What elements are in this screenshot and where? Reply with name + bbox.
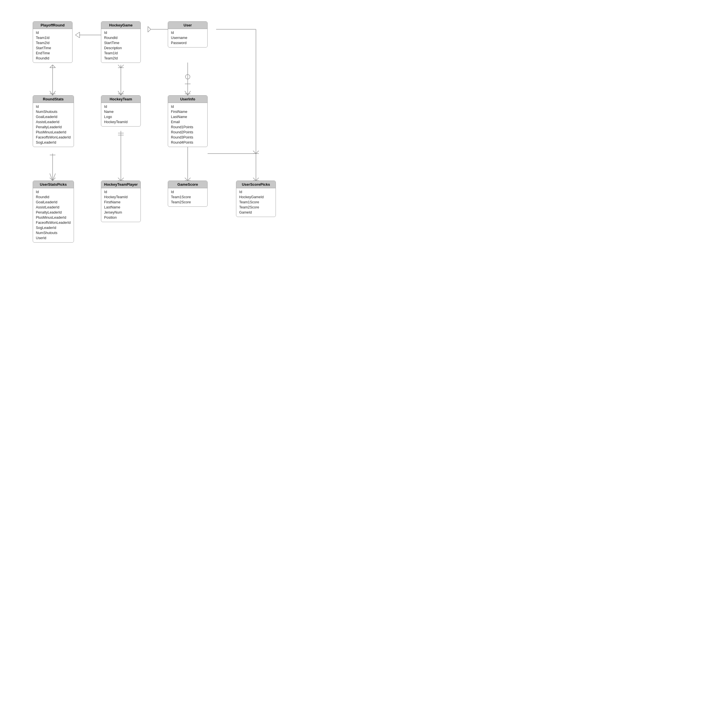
field-userinfo-5: Round2Points <box>171 130 205 135</box>
field-userinfo-2: LastName <box>171 114 205 119</box>
field-userscorepicks-3: Team2Score <box>239 205 273 210</box>
table-body-userstatspicks: IdRoundIdGoalLeaderIdAssistLeaderIdPenal… <box>33 188 73 242</box>
table-gamescore: GameScoreIdTeam1ScoreTeam2Score <box>168 180 208 207</box>
svg-line-31 <box>256 178 259 180</box>
svg-line-13 <box>121 65 124 68</box>
table-header-hockeygame: HockeyGame <box>101 21 141 29</box>
field-hockeyteam-2: Logo <box>104 114 138 119</box>
field-user-2: Password <box>171 40 205 46</box>
table-body-hockeygame: IdRoundIdStartTimeDescriptionTeam1IdTeam… <box>101 29 141 63</box>
field-hockeygame-4: Team1Id <box>104 50 138 56</box>
field-userinfo-0: Id <box>171 104 205 109</box>
table-userscorepicks: UserScorePicksIdHockeyGameIdTeam1ScoreTe… <box>236 180 276 217</box>
field-hockeyteamplayer-3: LastName <box>104 205 138 210</box>
diagram-container: PlayoffRoundIdTeam1IdTeam2IdStartTimeEnd… <box>0 0 307 307</box>
svg-line-35 <box>121 178 124 180</box>
table-hockeygame: HockeyGameIdRoundIdStartTimeDescriptionT… <box>101 21 141 63</box>
field-roundstats-1: NumShutouts <box>36 109 71 114</box>
svg-line-9 <box>121 91 124 95</box>
field-roundstats-7: SogLeaderId <box>36 140 71 145</box>
field-roundstats-0: Id <box>36 104 71 109</box>
svg-line-26 <box>148 26 151 29</box>
table-body-gamescore: IdTeam1ScoreTeam2Score <box>168 188 207 206</box>
svg-line-46 <box>253 151 256 154</box>
table-header-userinfo: UserInfo <box>168 96 207 103</box>
field-hockeyteamplayer-4: JerseyNum <box>104 210 138 215</box>
field-userstatspicks-9: UserId <box>36 236 71 240</box>
table-header-userstatspicks: UserStatsPicks <box>33 181 73 188</box>
field-user-1: Username <box>171 35 205 40</box>
table-body-hockeyteamplayer: IdHockeyTeamIdFirstNameLastNameJerseyNum… <box>101 188 141 222</box>
field-userstatspicks-0: Id <box>36 190 71 194</box>
table-header-user: User <box>168 21 207 29</box>
svg-line-42 <box>53 178 55 180</box>
svg-line-5 <box>50 65 53 68</box>
field-userinfo-4: Round1Points <box>171 125 205 130</box>
svg-line-34 <box>118 178 121 180</box>
svg-line-51 <box>185 178 188 180</box>
field-userstatspicks-4: PenaltyLeaderId <box>36 210 71 215</box>
svg-line-41 <box>50 178 53 180</box>
table-body-hockeyteam: IdNameLogoHockeyTeamId <box>101 103 141 126</box>
table-header-roundstats: RoundStats <box>33 96 73 103</box>
field-hockeyteam-0: Id <box>104 104 138 109</box>
field-playoffround-2: Team2Id <box>36 40 69 46</box>
field-hockeyteamplayer-1: HockeyTeamId <box>104 194 138 200</box>
field-playoffround-3: StartTime <box>36 46 69 50</box>
field-userscorepicks-2: Team1Score <box>239 200 273 205</box>
table-header-gamescore: GameScore <box>168 181 207 188</box>
field-gamescore-0: Id <box>171 190 205 194</box>
table-body-user: IdUsernamePassword <box>168 29 207 47</box>
svg-line-52 <box>188 178 191 180</box>
table-header-playoffround: PlayoffRound <box>33 21 72 29</box>
field-playoffround-5: RoundId <box>36 56 69 61</box>
table-hockeyteam: HockeyTeamIdNameLogoHockeyTeamId <box>101 95 141 127</box>
field-userinfo-7: Round4Points <box>171 140 205 145</box>
svg-line-1 <box>50 91 53 95</box>
svg-line-2 <box>53 91 55 95</box>
field-userstatspicks-8: NumShutouts <box>36 230 71 236</box>
table-body-roundstats: IdNumShutoutsGoalLeaderIdAssistLeaderIdP… <box>33 103 73 147</box>
table-body-userinfo: IdFirstNameLastNameEmailRound1PointsRoun… <box>168 103 207 147</box>
field-hockeyteamplayer-5: Position <box>104 215 138 220</box>
table-userstatspicks: UserStatsPicksIdRoundIdGoalLeaderIdAssis… <box>33 180 74 243</box>
svg-line-44 <box>53 173 55 180</box>
field-hockeyteamplayer-2: FirstName <box>104 200 138 205</box>
field-playoffround-0: Id <box>36 30 69 35</box>
svg-line-47 <box>256 151 259 154</box>
svg-line-43 <box>50 173 53 180</box>
field-hockeygame-1: RoundId <box>104 35 138 40</box>
svg-line-16 <box>75 32 80 35</box>
field-userscorepicks-1: HockeyGameId <box>239 194 273 200</box>
table-userinfo: UserInfoIdFirstNameLastNameEmailRound1Po… <box>168 95 208 147</box>
field-userstatspicks-1: RoundId <box>36 194 71 200</box>
field-hockeygame-5: Team2Id <box>104 56 138 61</box>
table-roundstats: RoundStatsIdNumShutoutsGoalLeaderIdAssis… <box>33 95 74 147</box>
table-body-userscorepicks: IdHockeyGameIdTeam1ScoreTeam2ScoreGameId <box>236 188 275 217</box>
field-playoffround-4: EndTime <box>36 50 69 56</box>
svg-line-8 <box>118 91 121 95</box>
field-user-0: Id <box>171 30 205 35</box>
svg-line-30 <box>253 178 256 180</box>
field-gamescore-1: Team1Score <box>171 194 205 200</box>
table-body-playoffround: IdTeam1IdTeam2IdStartTimeEndTimeRoundId <box>33 29 72 63</box>
field-roundstats-3: AssistLeaderId <box>36 119 71 125</box>
table-hockeyteamplayer: HockeyTeamPlayerIdHockeyTeamIdFirstNameL… <box>101 180 141 222</box>
table-header-hockeyteam: HockeyTeam <box>101 96 141 103</box>
table-header-userscorepicks: UserScorePicks <box>236 181 275 188</box>
field-roundstats-6: FaceoffsWonLeaderId <box>36 135 71 140</box>
field-hockeygame-0: Id <box>104 30 138 35</box>
field-hockeyteamplayer-0: Id <box>104 190 138 194</box>
table-user: UserIdUsernamePassword <box>168 21 208 47</box>
field-userstatspicks-7: SogLeaderId <box>36 225 71 230</box>
field-userinfo-6: Round3Points <box>171 135 205 140</box>
field-hockeygame-3: Description <box>104 46 138 50</box>
field-hockeygame-2: StartTime <box>104 40 138 46</box>
field-userscorepicks-4: GameId <box>239 210 273 215</box>
table-playoffround: PlayoffRoundIdTeam1IdTeam2IdStartTimeEnd… <box>33 21 72 63</box>
field-gamescore-2: Team2Score <box>171 200 205 205</box>
field-userstatspicks-2: GoalLeaderId <box>36 200 71 205</box>
svg-line-22 <box>188 91 191 95</box>
field-userstatspicks-3: AssistLeaderId <box>36 205 71 210</box>
field-hockeyteam-3: HockeyTeamId <box>104 119 138 125</box>
